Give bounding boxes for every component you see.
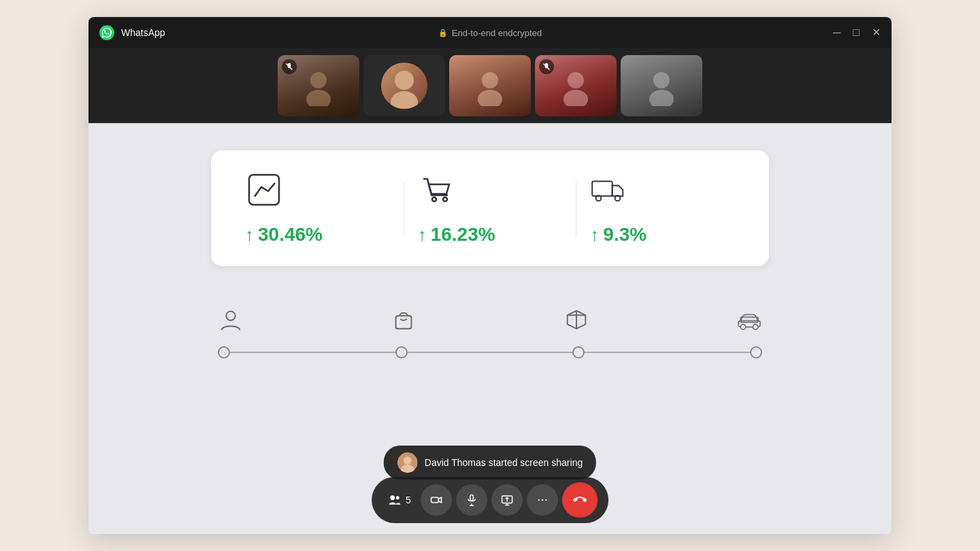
svg-point-5 <box>391 91 418 109</box>
title-bar-left: WhatsApp <box>99 25 165 40</box>
svg-rect-20 <box>396 316 412 329</box>
svg-rect-13 <box>249 175 279 205</box>
video-toggle-button[interactable] <box>421 484 452 516</box>
participant-thumb-5[interactable] <box>621 55 702 116</box>
timeline-person-icon <box>218 307 244 333</box>
timeline-dot-3 <box>572 346 585 358</box>
svg-point-23 <box>753 324 758 330</box>
stat-item-2: ↑ 16.23% <box>418 171 563 246</box>
svg-point-26 <box>404 456 412 465</box>
participant-thumb-3[interactable] <box>449 55 531 116</box>
mute-badge-1 <box>282 59 297 74</box>
participant-thumb-4[interactable] <box>535 55 617 116</box>
title-bar: WhatsApp 🔒 End-to-end endcrypted ─ □ ✕ <box>88 17 892 48</box>
svg-point-8 <box>568 72 584 88</box>
svg-point-28 <box>390 495 395 500</box>
participants-count: 5 <box>406 495 411 505</box>
svg-point-38 <box>538 499 540 501</box>
svg-point-14 <box>432 197 436 201</box>
svg-point-4 <box>395 71 414 90</box>
participants-count-area: 5 <box>382 493 416 507</box>
minimize-button[interactable]: ─ <box>833 27 840 38</box>
timeline-line-1 <box>230 352 395 353</box>
svg-point-9 <box>564 90 588 106</box>
arrow-up-1: ↑ <box>245 226 254 244</box>
cart-icon <box>418 171 456 212</box>
stat-value-3: ↑ 9.3% <box>590 224 647 246</box>
close-button[interactable]: ✕ <box>872 27 881 38</box>
stat-value-2: ↑ 16.23% <box>418 224 495 246</box>
encryption-badge: 🔒 End-to-end endcrypted <box>438 28 542 38</box>
svg-point-40 <box>545 499 546 501</box>
arrow-up-2: ↑ <box>418 226 427 244</box>
svg-point-15 <box>443 197 447 201</box>
timeline-dot-4 <box>750 346 762 358</box>
timeline-line-3 <box>585 352 750 353</box>
more-options-button[interactable] <box>527 484 558 516</box>
main-content: ↑ 30.46% ↑ 16.23% <box>88 123 892 534</box>
timeline-dot-1 <box>218 346 230 358</box>
app-window: WhatsApp 🔒 End-to-end endcrypted ─ □ ✕ <box>88 17 892 534</box>
screen-share-toast: David Thomas started screen sharing <box>384 446 596 480</box>
call-controls: 5 <box>372 477 608 523</box>
svg-rect-24 <box>740 317 758 322</box>
arrow-up-3: ↑ <box>590 226 599 244</box>
svg-point-1 <box>310 72 327 88</box>
timeline-icons <box>211 307 769 333</box>
encryption-label: End-to-end endcrypted <box>452 28 542 38</box>
svg-point-19 <box>226 312 235 320</box>
mute-badge-4 <box>539 59 554 74</box>
timeline-section <box>211 307 769 358</box>
divider-2 <box>576 181 576 235</box>
chart-icon <box>245 171 283 212</box>
truck-icon <box>590 171 628 212</box>
svg-point-2 <box>306 90 331 106</box>
timeline-car-icon <box>736 307 762 333</box>
svg-point-12 <box>649 90 674 106</box>
stat-item-3: ↑ 9.3% <box>590 171 735 246</box>
end-call-button[interactable] <box>562 482 598 518</box>
svg-point-29 <box>396 496 399 499</box>
mic-toggle-button[interactable] <box>456 484 487 516</box>
svg-point-7 <box>478 90 502 106</box>
window-controls: ─ □ ✕ <box>833 27 881 38</box>
divider-1 <box>404 181 404 235</box>
timeline-bag-icon <box>391 307 416 333</box>
stat-value-1: ↑ 30.46% <box>245 224 323 246</box>
svg-point-11 <box>653 72 670 88</box>
timeline-line-2 <box>408 352 573 353</box>
participants-bar <box>88 48 892 123</box>
timeline-row <box>211 346 769 358</box>
stats-card: ↑ 30.46% ↑ 16.23% <box>211 150 769 266</box>
app-title: WhatsApp <box>121 27 165 38</box>
svg-point-22 <box>740 324 746 330</box>
svg-rect-31 <box>470 495 474 501</box>
toast-message: David Thomas started screen sharing <box>425 457 583 468</box>
timeline-box-icon <box>564 307 589 333</box>
svg-point-39 <box>542 499 543 501</box>
maximize-button[interactable]: □ <box>853 27 860 38</box>
svg-rect-16 <box>592 182 612 197</box>
participant-thumb-2[interactable] <box>363 55 445 116</box>
screen-share-button[interactable] <box>491 484 523 516</box>
svg-point-0 <box>99 25 114 40</box>
stat-item-1: ↑ 30.46% <box>245 171 390 246</box>
whatsapp-logo-icon <box>99 25 114 40</box>
toast-avatar <box>397 452 418 473</box>
lock-icon: 🔒 <box>438 29 448 37</box>
timeline-dot-2 <box>395 346 408 358</box>
svg-rect-30 <box>431 497 438 503</box>
svg-point-6 <box>482 72 498 88</box>
participant-thumb-1[interactable] <box>278 55 359 116</box>
